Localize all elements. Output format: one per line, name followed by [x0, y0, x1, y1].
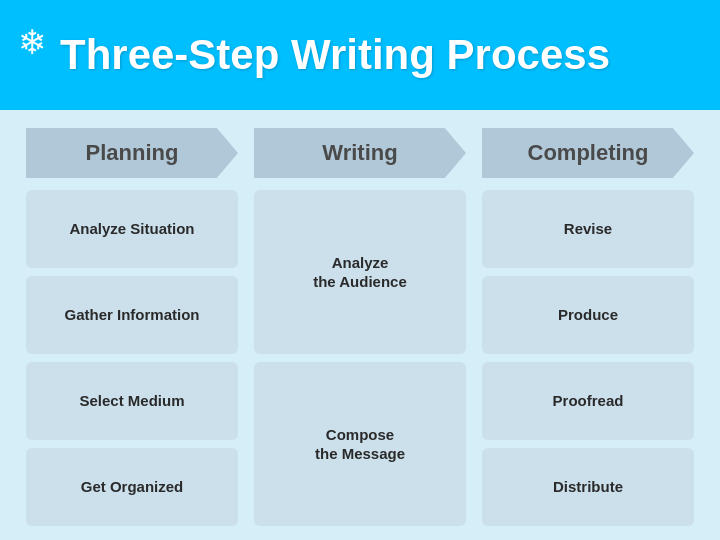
analyze-audience-card: Analyze the Audience: [254, 190, 466, 354]
writing-header: Writing: [254, 128, 466, 178]
page-title: Three-Step Writing Process: [60, 31, 610, 79]
snowflake-icon: ❄: [18, 22, 46, 62]
header-banner: ❄ Three-Step Writing Process: [0, 0, 720, 110]
planning-header: Planning: [26, 128, 238, 178]
slide: ❄ Three-Step Writing Process Planning An…: [0, 0, 720, 540]
completing-column: Completing Revise Produce Proofread Dist…: [474, 128, 702, 526]
main-grid: Planning Analyze Situation Gather Inform…: [0, 110, 720, 540]
completing-header: Completing: [482, 128, 694, 178]
distribute-card: Distribute: [482, 448, 694, 526]
revise-card: Revise: [482, 190, 694, 268]
compose-message-card: Compose the Message: [254, 362, 466, 526]
get-organized-card: Get Organized: [26, 448, 238, 526]
gather-information-card: Gather Information: [26, 276, 238, 354]
analyze-situation-card: Analyze Situation: [26, 190, 238, 268]
proofread-card: Proofread: [482, 362, 694, 440]
planning-column: Planning Analyze Situation Gather Inform…: [18, 128, 246, 526]
select-medium-card: Select Medium: [26, 362, 238, 440]
writing-column: Writing Analyze the Audience Compose the…: [246, 128, 474, 526]
produce-card: Produce: [482, 276, 694, 354]
